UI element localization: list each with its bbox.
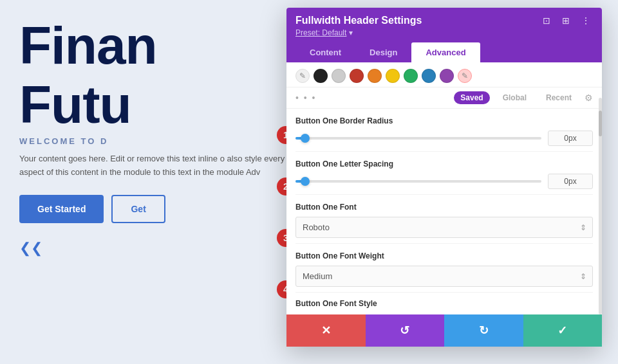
orange-swatch[interactable] — [368, 69, 382, 83]
panel-title-row: Fullwidth Header Settings ⊡ ⊞ ⋮ — [295, 14, 593, 27]
letter-spacing-slider-row: 0px — [295, 174, 593, 189]
border-radius-setting: Button One Border Radius 0px — [295, 109, 593, 152]
tab-advanced[interactable]: Advanced — [411, 42, 480, 62]
secondary-button[interactable]: Get — [111, 195, 165, 223]
border-radius-thumb[interactable] — [301, 134, 310, 143]
bg-chevrons: ❮❮ — [19, 241, 42, 255]
tab-content[interactable]: Content — [295, 42, 355, 62]
pill-row: • • • Saved Global Recent ⚙ — [286, 87, 602, 109]
font-select[interactable]: Roboto Open Sans Lato Montserrat — [295, 217, 593, 238]
reset-icon: ↺ — [400, 323, 409, 338]
panel-title: Fullwidth Header Settings — [295, 15, 422, 26]
grid-icon[interactable]: ⊞ — [559, 14, 572, 27]
confirm-button[interactable]: ✓ — [523, 314, 603, 347]
red-swatch[interactable] — [350, 69, 364, 83]
font-weight-select-wrapper: Thin Light Regular Medium Bold Extra Bol… — [295, 266, 593, 287]
scrollbar-track[interactable] — [599, 98, 602, 314]
settings-panel: Fullwidth Header Settings ⊡ ⊞ ⋮ Preset: … — [286, 8, 602, 347]
yellow-swatch[interactable] — [386, 69, 400, 83]
global-pill[interactable]: Global — [496, 91, 533, 104]
bg-body-text: Your content goes here. Edit or remove t… — [19, 152, 290, 179]
reset-button[interactable]: ↺ — [366, 314, 445, 347]
letter-spacing-label: Button One Letter Spacing — [295, 159, 593, 168]
letter-spacing-track[interactable] — [295, 180, 541, 183]
settings-area: Button One Border Radius 0px Button One … — [286, 109, 602, 347]
font-style-partial: Button One Font Style — [295, 293, 593, 308]
preset-label[interactable]: Preset: Default ▾ — [295, 28, 593, 37]
panel-header-icons: ⊡ ⊞ ⋮ — [540, 14, 593, 27]
border-radius-input[interactable]: 0px — [548, 131, 593, 146]
border-radius-slider-row: 0px — [295, 131, 593, 146]
black-swatch[interactable] — [314, 69, 328, 83]
cancel-icon: ✕ — [321, 323, 331, 338]
green-swatch[interactable] — [404, 69, 418, 83]
font-label: Button One Font — [295, 203, 593, 212]
letter-spacing-input[interactable]: 0px — [548, 174, 593, 189]
bg-subtitle: Welcome to D — [19, 136, 108, 146]
recent-pill[interactable]: Recent — [539, 91, 578, 104]
color-swatch-row: ✎ ✎ — [286, 62, 602, 87]
minimize-icon[interactable]: ⊡ — [540, 14, 553, 27]
font-select-wrapper: Roboto Open Sans Lato Montserrat ⇕ — [295, 217, 593, 238]
panel-header: Fullwidth Header Settings ⊡ ⊞ ⋮ Preset: … — [286, 8, 602, 62]
letter-spacing-setting: Button One Letter Spacing 0px — [295, 152, 593, 195]
gray-swatch[interactable] — [332, 69, 346, 83]
blue2-swatch[interactable] — [422, 69, 436, 83]
get-started-button[interactable]: Get Started — [19, 195, 104, 223]
bg-buttons: Get Started Get — [19, 195, 165, 223]
confirm-icon: ✓ — [557, 323, 567, 338]
bg-title-line2: Futu — [19, 78, 131, 131]
letter-spacing-thumb[interactable] — [301, 177, 310, 186]
font-weight-setting: Button One Font Weight Thin Light Regula… — [295, 244, 593, 293]
panel-tabs: Content Design Advanced — [295, 42, 593, 62]
settings-gear-icon[interactable]: ⚙ — [585, 93, 593, 103]
more-icon[interactable]: ⋮ — [579, 14, 593, 27]
font-weight-label: Button One Font Weight — [295, 251, 593, 260]
saved-pill[interactable]: Saved — [454, 91, 489, 104]
bg-title-line1: Finan — [19, 19, 157, 72]
color-picker-icon[interactable]: ✎ — [458, 69, 472, 83]
redo-button[interactable]: ↻ — [444, 314, 523, 347]
border-radius-track[interactable] — [295, 137, 541, 140]
bottom-action-bar: ✕ ↺ ↻ ✓ — [286, 314, 602, 347]
cancel-button[interactable]: ✕ — [286, 314, 366, 347]
tab-design[interactable]: Design — [355, 42, 411, 62]
border-radius-label: Button One Border Radius — [295, 116, 593, 125]
redo-icon: ↻ — [479, 323, 489, 338]
purple-swatch[interactable] — [440, 69, 454, 83]
font-setting: Button One Font Roboto Open Sans Lato Mo… — [295, 195, 593, 244]
color-edit-icon[interactable]: ✎ — [295, 69, 310, 83]
pill-dots: • • • — [295, 93, 316, 103]
scrollbar-thumb[interactable] — [599, 111, 602, 136]
font-weight-select[interactable]: Thin Light Regular Medium Bold Extra Bol… — [295, 266, 593, 287]
